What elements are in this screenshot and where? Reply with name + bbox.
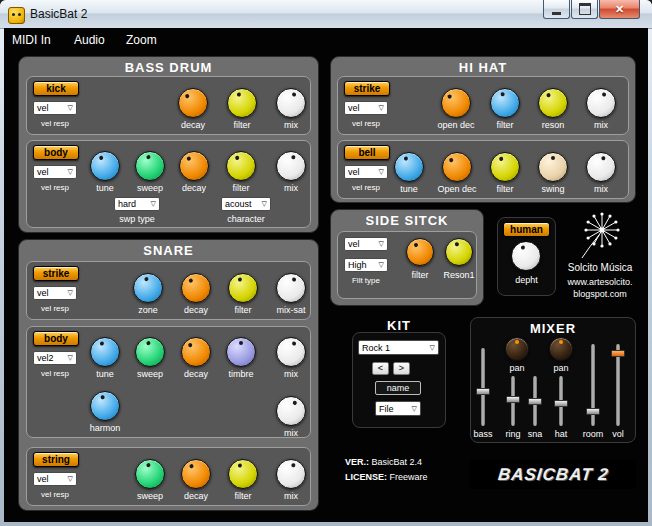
strike-button[interactable]: strike [344, 81, 390, 96]
sidestick-filter-knob[interactable] [406, 238, 434, 266]
snare-sweep-knob[interactable] [135, 337, 165, 367]
body-sweep-knob[interactable] [135, 151, 165, 181]
dropdown-value: Rock 1 [362, 343, 390, 353]
kit-prev-button[interactable]: < [372, 362, 389, 375]
hihat-opendec-knob[interactable] [441, 88, 471, 118]
bell-filter-knob[interactable] [490, 152, 520, 182]
dropdown-arrow-icon: ▽ [262, 200, 267, 208]
kit-preset-dropdown[interactable]: Rock 1 ▽ [358, 340, 439, 355]
solcito-url-line2[interactable]: blogspot.com [560, 289, 640, 299]
kick-button[interactable]: kick [33, 81, 79, 96]
body-tune-knob[interactable] [90, 151, 120, 181]
bass-drum-title: BASS DRUM [18, 60, 319, 75]
body-button[interactable]: body [33, 145, 79, 160]
kit-file-dropdown[interactable]: File ▽ [375, 401, 421, 416]
snare-body-mix-knob[interactable] [276, 337, 306, 367]
snare-harmon-knob[interactable] [90, 391, 120, 421]
string-button[interactable]: string [33, 452, 79, 467]
bell-opendec-knob[interactable] [442, 152, 472, 182]
minimize-icon [552, 12, 561, 15]
kick-decay-knob[interactable] [178, 88, 208, 118]
body-filter-knob[interactable] [226, 151, 256, 181]
dropdown-arrow-icon: ▽ [379, 240, 384, 248]
bass-slider-track[interactable] [481, 348, 485, 426]
app-icon [8, 7, 25, 24]
snare-zone-knob[interactable] [133, 273, 163, 303]
string-mix-knob[interactable] [276, 459, 306, 489]
snare-decay-knob[interactable] [181, 273, 211, 303]
bell-mix-knob[interactable] [586, 152, 616, 182]
kit-next-button[interactable]: > [393, 362, 410, 375]
hihat-mix-knob[interactable] [586, 88, 616, 118]
knob-label: mix [571, 120, 631, 130]
knob-label: mix [261, 120, 321, 130]
snare-filter-knob[interactable] [228, 273, 258, 303]
hi-hat-title: HI HAT [330, 60, 636, 75]
depht-knob[interactable] [511, 241, 541, 271]
knob-label: mix [261, 428, 321, 438]
bell-button[interactable]: bell [344, 145, 390, 160]
close-button[interactable]: ✕ [599, 0, 640, 19]
snare-mix2-knob[interactable] [276, 396, 306, 426]
kick-vel-dropdown[interactable]: vel ▽ [33, 101, 77, 115]
snare-body-button[interactable]: body [33, 331, 79, 346]
hihat-reson-knob[interactable] [538, 88, 568, 118]
side-stick-title: SIDE SITCK [330, 213, 484, 228]
character-dropdown[interactable]: acoust ▽ [221, 197, 271, 211]
bell-tune-knob[interactable] [394, 152, 424, 182]
snare-body-decay-knob[interactable] [181, 337, 211, 367]
ring-slider-handle[interactable] [506, 396, 520, 403]
snare-tune-knob[interactable] [90, 337, 120, 367]
knob-label: mix [261, 369, 321, 379]
dropdown-value: vel [348, 239, 360, 249]
hihat-strike-vel-dropdown[interactable]: vel ▽ [344, 101, 388, 115]
minimize-button[interactable] [543, 0, 570, 19]
snare-strike-vel-dropdown[interactable]: vel ▽ [33, 286, 77, 300]
close-icon: ✕ [615, 3, 624, 16]
kick-filter-knob[interactable] [227, 88, 257, 118]
pan-knob-2[interactable] [549, 337, 573, 361]
sidestick-reson-knob[interactable] [445, 238, 473, 266]
dropdown-value: vel [348, 103, 360, 113]
knob-indicator [539, 153, 567, 181]
string-filter-knob[interactable] [228, 459, 258, 489]
sna-slider-handle[interactable] [528, 398, 542, 405]
bass-slider-handle[interactable] [476, 388, 490, 395]
body-decay-knob[interactable] [179, 151, 209, 181]
snare-body-vel-dropdown[interactable]: vel2 ▽ [33, 351, 77, 365]
solcito-name: Solcito Música [560, 262, 640, 273]
body-mix-knob[interactable] [276, 151, 306, 181]
sidestick-vel-dropdown[interactable]: vel ▽ [344, 237, 388, 251]
knob-indicator [550, 338, 572, 360]
swp-type-dropdown[interactable]: hard ▽ [114, 197, 160, 211]
hat-slider-handle[interactable] [554, 400, 568, 407]
hihat-filter-knob[interactable] [490, 88, 520, 118]
snare-mixsat-knob[interactable] [276, 273, 306, 303]
kit-name-button[interactable]: name [375, 381, 421, 395]
bell-swing-knob[interactable] [538, 152, 568, 182]
maximize-button[interactable] [571, 0, 598, 19]
string-sweep-knob[interactable] [135, 459, 165, 489]
string-decay-knob[interactable] [181, 459, 211, 489]
kick-mix-knob[interactable] [276, 88, 306, 118]
snare-timbre-knob[interactable] [226, 337, 256, 367]
body-vel-dropdown[interactable]: vel ▽ [33, 165, 77, 179]
license-label: LICENSE: [345, 472, 387, 482]
vol-slider-handle[interactable] [611, 350, 625, 357]
hihat-bell-vel-dropdown[interactable]: vel ▽ [344, 165, 388, 179]
room-slider-handle[interactable] [586, 408, 600, 415]
pan-knob-1[interactable] [505, 337, 529, 361]
dropdown-value: vel [37, 474, 49, 484]
menu-midi-in[interactable]: MIDI In [12, 33, 51, 47]
solcito-logo-icon [566, 210, 634, 262]
menu-audio[interactable]: Audio [74, 33, 105, 47]
vel-resp-label: vel resp [341, 119, 391, 128]
filt-type-dropdown[interactable]: High ▽ [344, 258, 388, 272]
solcito-url-line1[interactable]: www.artesolcito. [560, 277, 640, 287]
slider-label: hat [546, 429, 576, 439]
menu-zoom[interactable]: Zoom [126, 33, 157, 47]
snare-string-vel-dropdown[interactable]: vel ▽ [33, 472, 77, 486]
human-button[interactable]: human [503, 222, 550, 237]
snare-strike-button[interactable]: strike [33, 266, 79, 281]
mixer-title: MIXER [470, 321, 636, 336]
